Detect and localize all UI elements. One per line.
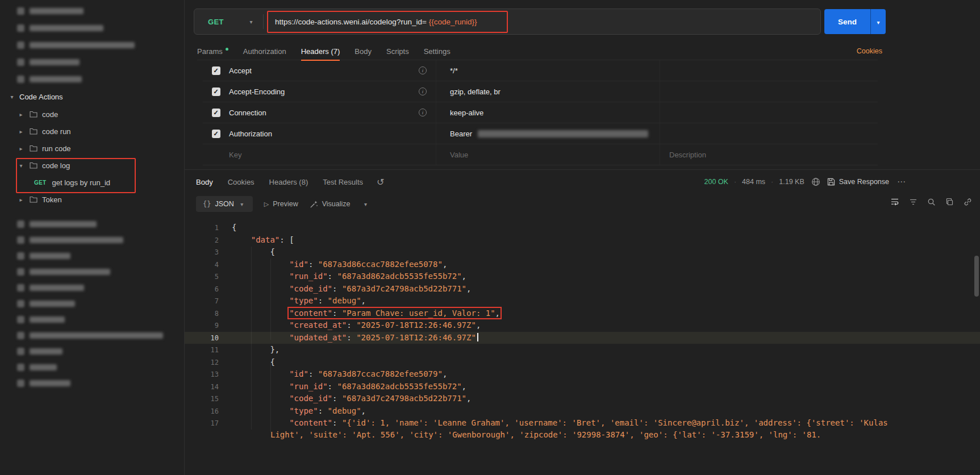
response-tab-body[interactable]: Body	[196, 178, 213, 186]
sidebar-redacted-item[interactable]	[0, 232, 184, 248]
chevron-right-icon[interactable]: ▸	[17, 128, 25, 135]
chevron-down-icon[interactable]: ▾	[362, 201, 370, 207]
checkbox-checked[interactable]: ✓	[212, 130, 220, 138]
scrollbar-thumb[interactable]	[974, 256, 979, 297]
checkbox-checked[interactable]: ✓	[212, 109, 220, 117]
collection-code-actions[interactable]: ▾ Code Actions	[0, 88, 184, 106]
sidebar-redacted-item[interactable]	[0, 327, 184, 343]
code-line[interactable]: 1{	[185, 222, 980, 234]
more-options-icon[interactable]: ⋯	[897, 177, 906, 187]
method-select[interactable]: GET ▾	[194, 18, 263, 26]
sidebar-redacted-item[interactable]	[0, 375, 184, 391]
code-line[interactable]: 6 "code_id": "687a3d7c24798acb5d22b771",	[185, 283, 980, 295]
code-line[interactable]: 13 "id": "687a3d87ccac7882efee5079",	[185, 368, 980, 381]
response-tab-cookies[interactable]: Cookies	[228, 178, 255, 186]
sidebar-folder-Token[interactable]: ▸Token	[0, 191, 184, 208]
send-button[interactable]: Send	[824, 9, 870, 34]
info-icon[interactable]: i	[419, 88, 427, 95]
token-punctuation: :	[328, 272, 337, 281]
sidebar-redacted-item[interactable]	[0, 359, 184, 375]
sidebar-redacted-item[interactable]	[0, 280, 184, 295]
visualize-button[interactable]: Visualize	[310, 200, 351, 209]
tab-authorization[interactable]: Authorization	[243, 43, 286, 60]
sidebar-folder-code[interactable]: ▸code	[0, 106, 184, 123]
header-value-cell[interactable]: Value	[436, 144, 660, 165]
header-key-cell[interactable]: Accept-Encodingi	[229, 81, 436, 102]
code-text: "type": "debug",	[232, 405, 980, 418]
globe-icon[interactable]	[811, 177, 820, 186]
checkbox-checked[interactable]: ✓	[212, 66, 220, 75]
header-description-cell[interactable]	[660, 123, 878, 144]
code-line[interactable]: 4 "id": "687a3d86ccac7882efee5078",	[185, 259, 980, 271]
copy-icon[interactable]	[945, 198, 954, 206]
header-key-cell[interactable]: Connectioni	[229, 102, 436, 123]
response-tab-test-results[interactable]: Test Results	[323, 178, 363, 186]
code-line[interactable]: 10 "updated_at": "2025-07-18T12:26:46.97…	[185, 332, 980, 344]
header-description-cell[interactable]: Description	[660, 144, 878, 165]
sidebar-redacted-item[interactable]	[0, 36, 184, 53]
header-key-cell[interactable]: Accepti	[229, 60, 436, 81]
history-icon[interactable]: ↺	[377, 177, 384, 188]
header-description-cell[interactable]	[660, 60, 878, 81]
code-line[interactable]: 15 "code_id": "687a3d7c24798acb5d22b771"…	[185, 393, 980, 405]
code-line[interactable]: 8 "content": "Param Chave: user_id, Valo…	[185, 307, 980, 320]
sidebar-redacted-item[interactable]	[0, 311, 184, 327]
sidebar-redacted-item[interactable]	[0, 264, 184, 280]
chevron-right-icon[interactable]: ▸	[17, 145, 25, 152]
sidebar-redacted-item[interactable]	[0, 70, 184, 88]
sidebar-redacted-item[interactable]	[0, 248, 184, 264]
header-value-cell[interactable]: */*	[436, 60, 660, 81]
code-line[interactable]: 2 "data": [	[185, 234, 980, 247]
sidebar-redacted-item[interactable]	[0, 19, 184, 36]
info-icon[interactable]: i	[419, 109, 427, 116]
code-line[interactable]: 3 {	[185, 246, 980, 259]
code-line[interactable]: 14 "run_id": "687a3d862adcb5535fe55b72",	[185, 381, 980, 393]
tab-settings[interactable]: Settings	[424, 43, 451, 60]
sidebar-folder-run-code[interactable]: ▸run code	[0, 140, 184, 157]
link-icon[interactable]	[964, 198, 972, 206]
code-line[interactable]: 5 "run_id": "687a3d862adcb5535fe55b72",	[185, 270, 980, 283]
wrap-text-icon[interactable]	[890, 197, 899, 206]
header-description-cell[interactable]	[660, 81, 878, 102]
format-select[interactable]: {} JSON ▾	[196, 196, 253, 212]
send-options-button[interactable]: ▾	[870, 9, 886, 34]
code-line[interactable]: 16 "type": "debug",	[185, 405, 980, 418]
header-key-cell[interactable]: Key	[229, 144, 436, 165]
chevron-down-icon[interactable]: ▾	[17, 163, 25, 169]
sidebar-folder-code-run[interactable]: ▸code run	[0, 123, 184, 140]
tab-scripts[interactable]: Scripts	[386, 43, 409, 60]
sidebar-redacted-item[interactable]	[0, 343, 184, 359]
response-body-code[interactable]: 1{2 "data": [3 {4 "id": "687a3d86ccac788…	[185, 218, 980, 475]
sidebar-redacted-item[interactable]	[0, 53, 184, 70]
sidebar-folder-code-log[interactable]: ▾code log	[0, 157, 184, 174]
chevron-down-icon[interactable]: ▾	[8, 94, 16, 100]
code-line[interactable]: 12 {	[185, 356, 980, 369]
header-value-cell[interactable]: Bearer	[436, 123, 660, 144]
sidebar-redacted-item[interactable]	[0, 216, 184, 232]
info-icon[interactable]: i	[419, 66, 427, 74]
response-tab-headers-8-[interactable]: Headers (8)	[269, 178, 308, 186]
code-line[interactable]: 9 "created_at": "2025-07-18T12:26:46.97Z…	[185, 319, 980, 332]
code-line[interactable]: 17 "content": "{'id': 1, 'name': 'Leanne…	[185, 417, 980, 440]
chevron-right-icon[interactable]: ▸	[17, 111, 25, 118]
sidebar-redacted-item[interactable]	[0, 2, 184, 19]
filter-icon[interactable]	[909, 198, 918, 206]
sidebar-redacted-item[interactable]	[0, 295, 184, 311]
chevron-right-icon[interactable]: ▸	[17, 197, 25, 203]
code-line[interactable]: 7 "type": "debug",	[185, 295, 980, 307]
search-icon[interactable]	[927, 198, 936, 206]
header-value-cell[interactable]: gzip, deflate, br	[436, 81, 660, 102]
tab-body[interactable]: Body	[355, 43, 372, 60]
cookies-link[interactable]: Cookies	[857, 47, 882, 55]
header-key-cell[interactable]: Authorization	[229, 123, 436, 144]
tab-headers-7-[interactable]: Headers (7)	[301, 43, 340, 60]
sidebar-request-get-logs-by-run_id[interactable]: GETget logs by run_id	[0, 174, 184, 191]
code-line[interactable]: 11 },	[185, 344, 980, 356]
tab-params[interactable]: Params	[197, 43, 228, 60]
checkbox-checked[interactable]: ✓	[212, 88, 220, 96]
save-response-button[interactable]: Save Response	[827, 178, 889, 186]
header-description-cell[interactable]	[660, 102, 878, 123]
preview-button[interactable]: ▷ Preview	[264, 200, 298, 208]
header-value-cell[interactable]: keep-alive	[436, 102, 660, 123]
url-input[interactable]: https://code-actions.weni.ai/codelog?run…	[264, 18, 477, 26]
